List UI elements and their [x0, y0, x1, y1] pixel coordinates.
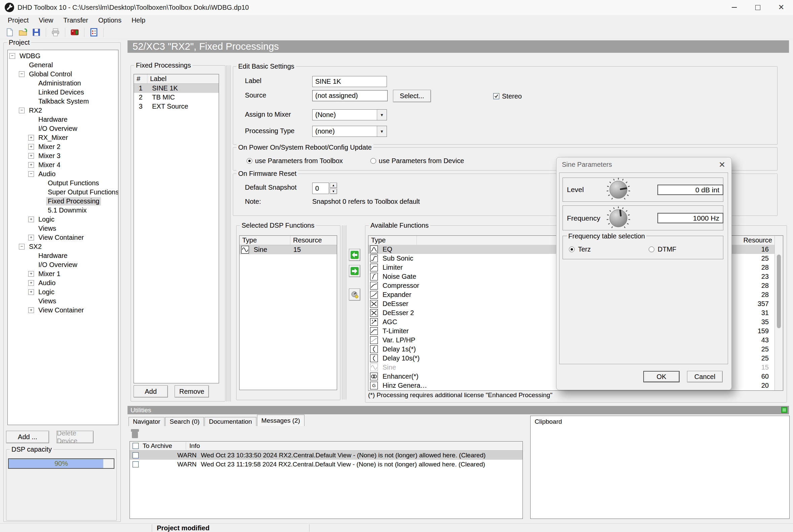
radio-dtmf[interactable]: DTMF	[649, 246, 677, 253]
tab-documentation[interactable]: Documentation	[205, 417, 256, 426]
dialog-close-icon[interactable]: ✕	[719, 160, 725, 170]
collapse-icon[interactable]: −	[28, 171, 34, 177]
expand-icon[interactable]: +	[28, 271, 34, 277]
tree-item-logic[interactable]: +Logic	[8, 287, 118, 297]
tree-item-sx2[interactable]: −SX2	[8, 242, 118, 251]
project-options-button[interactable]	[89, 27, 99, 37]
archive-checkbox[interactable]	[132, 452, 139, 458]
ok-button[interactable]: OK	[643, 371, 680, 382]
tree-item-wdbg[interactable]: −WDBG	[8, 52, 118, 60]
tree-item-mixer-4[interactable]: +Mixer 4	[8, 160, 118, 170]
expand-icon[interactable]: +	[28, 135, 34, 140]
column-label[interactable]: Label	[147, 74, 219, 83]
stereo-checkbox[interactable]	[493, 93, 499, 99]
cancel-button[interactable]: Cancel	[687, 371, 723, 382]
tree-item-global-control[interactable]: −Global Control	[8, 70, 118, 79]
print-button[interactable]	[51, 27, 60, 37]
utilities-panel-icon[interactable]	[781, 407, 787, 413]
menu-view[interactable]: View	[34, 16, 58, 25]
scrollbar[interactable]	[774, 236, 783, 391]
column-info[interactable]: Info	[189, 442, 200, 450]
label-input[interactable]: SINE 1K	[312, 76, 387, 87]
chevron-down-icon[interactable]: ▼	[377, 110, 387, 120]
tree-item-rx2[interactable]: −RX2	[8, 106, 118, 115]
radio-use-parameters-from-device[interactable]: use Parameters from Device	[370, 157, 464, 165]
radio-icon[interactable]	[649, 247, 654, 252]
radio-use-parameters-from-toolbox[interactable]: use Parameters from Toolbox	[246, 157, 343, 165]
menu-project[interactable]: Project	[3, 16, 34, 25]
tree-item-administration[interactable]: Administration	[8, 79, 118, 88]
radio-icon[interactable]	[569, 247, 575, 252]
archive-icon[interactable]	[131, 429, 139, 438]
assign-to-mixer-select[interactable]: (None) ▼	[312, 109, 387, 120]
tree-item-mixer-2[interactable]: +Mixer 2	[8, 142, 118, 151]
select-all-checkbox[interactable]	[132, 443, 139, 449]
tree-item-logic[interactable]: +Logic	[8, 215, 118, 224]
default-snapshot-input[interactable]: 0	[312, 183, 329, 194]
spin-down-icon[interactable]: ▼	[330, 189, 337, 194]
open-file-button[interactable]	[18, 27, 28, 37]
fixed-processing-row[interactable]: 3EXT Source	[134, 102, 219, 111]
spin-up-icon[interactable]: ▲	[330, 183, 337, 188]
chevron-down-icon[interactable]: ▼	[377, 126, 387, 136]
selected-dsp-row[interactable]: Sine15	[240, 245, 337, 254]
collapse-icon[interactable]: −	[19, 71, 24, 77]
tree-item-views[interactable]: Views	[8, 224, 118, 233]
tree-item-super-output-functions[interactable]: Super Output Functions	[8, 188, 118, 197]
collapse-icon[interactable]: −	[19, 244, 24, 249]
select-source-button[interactable]: Select...	[393, 90, 431, 102]
move-right-button[interactable]	[349, 265, 360, 277]
radio-icon[interactable]	[370, 158, 376, 164]
radio-icon[interactable]	[246, 158, 252, 164]
tree-item-fixed-processing[interactable]: Fixed Processing	[8, 197, 118, 206]
menu-transfer[interactable]: Transfer	[58, 16, 93, 25]
tree-item-view-container[interactable]: +View Container	[8, 233, 118, 242]
tree-item-talkback-system[interactable]: Talkback System	[8, 97, 118, 106]
tree-item-mixer-1[interactable]: +Mixer 1	[8, 269, 118, 279]
vertical-splitter-2[interactable]	[342, 225, 347, 399]
expand-icon[interactable]: +	[28, 280, 34, 286]
remove-processing-button[interactable]: Remove	[174, 385, 209, 398]
move-left-button[interactable]	[349, 249, 360, 261]
expand-icon[interactable]: +	[28, 144, 34, 150]
frequency-knob[interactable]	[606, 206, 631, 231]
tree-item-audio[interactable]: +Audio	[8, 279, 118, 287]
tree-item-rx-mixer[interactable]: +RX_Mixer	[8, 133, 118, 142]
tab-messages-2-[interactable]: Messages (2)	[257, 415, 305, 426]
tab-search-0-[interactable]: Search (0)	[165, 417, 204, 426]
expand-icon[interactable]: +	[28, 162, 34, 168]
level-knob[interactable]	[606, 177, 631, 202]
vertical-splitter[interactable]	[226, 65, 231, 401]
tree-item-hardware[interactable]: Hardware	[8, 251, 118, 260]
tree-item-output-functions[interactable]: Output Functions	[8, 178, 118, 188]
device-transfer-button[interactable]	[70, 27, 80, 37]
tree-item-i-o-overview[interactable]: I/O Overview	[8, 260, 118, 269]
processing-type-select[interactable]: (none) ▼	[312, 126, 387, 137]
column-to-archive[interactable]: To Archive	[143, 442, 186, 450]
collapse-icon[interactable]: −	[19, 108, 24, 113]
tree-item-5-1-downmix[interactable]: 5.1 Downmix	[8, 206, 118, 215]
expand-icon[interactable]: +	[28, 289, 34, 295]
expand-icon[interactable]: +	[28, 235, 34, 241]
expand-icon[interactable]: +	[28, 153, 34, 159]
default-snapshot-stepper[interactable]: ▲ ▼	[330, 183, 337, 194]
archive-checkbox[interactable]	[132, 461, 139, 468]
menu-options[interactable]: Options	[93, 16, 127, 25]
fixed-processing-row[interactable]: 2TB MIC	[134, 93, 219, 102]
tree-item-mixer-3[interactable]: +Mixer 3	[8, 151, 118, 160]
expand-icon[interactable]: +	[28, 216, 34, 222]
radio-terz[interactable]: Terz	[569, 246, 591, 253]
save-file-button[interactable]	[31, 27, 41, 37]
fixed-processing-row[interactable]: 1SINE 1K	[134, 84, 219, 93]
column-type[interactable]: Type	[240, 236, 290, 245]
tree-item-views[interactable]: Views	[8, 297, 118, 306]
edit-parameters-button[interactable]	[349, 288, 360, 301]
add-processing-button[interactable]: Add	[133, 385, 168, 398]
close-button[interactable]: ✕	[770, 0, 793, 15]
minimize-button[interactable]	[722, 0, 746, 15]
column-num[interactable]: #	[134, 74, 147, 83]
tab-navigator[interactable]: Navigator	[129, 417, 165, 426]
add-device-button[interactable]: Add ...	[6, 431, 49, 443]
tree-item-general[interactable]: General	[8, 60, 118, 70]
column-resource[interactable]: Resource	[290, 236, 337, 245]
